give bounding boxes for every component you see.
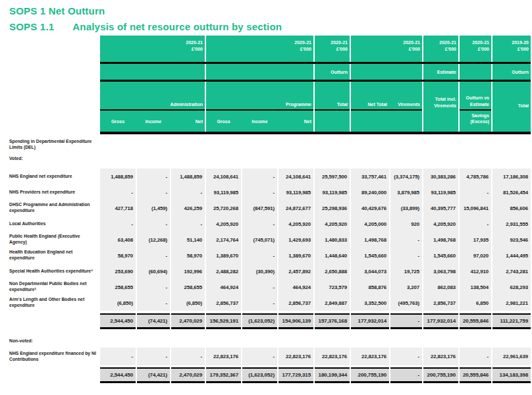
- value-cell: 4,205,920: [206, 216, 241, 232]
- page-title-line2: SOPS 1.1Analysis of net resource outturn…: [9, 21, 532, 32]
- value-cell: 862,083: [423, 279, 458, 295]
- value-cell: -: [100, 216, 136, 232]
- value-cell: 63,408: [100, 232, 136, 248]
- value-cell: 81,526,454: [492, 184, 531, 200]
- row-label: Arm's Length and Other Bodies net expend…: [0, 295, 99, 311]
- value-cell: 464,924: [279, 279, 313, 295]
- value-cell: 58,970: [100, 248, 136, 263]
- header-net-total: Net Total: [368, 101, 389, 107]
- section-voted-row: Voted:: [0, 151, 531, 166]
- value-cell: 1,488,859: [100, 169, 136, 184]
- value-cell: 15,096,841: [460, 200, 491, 216]
- value-cell: -: [137, 169, 170, 184]
- value-cell: 40,429,676: [351, 200, 389, 216]
- value-cell: 1,498,768: [351, 232, 389, 248]
- value-cell: (60,694): [137, 263, 170, 279]
- value-cell: 427,718: [100, 200, 136, 216]
- value-cell: 93,119,985: [279, 184, 313, 200]
- value-cell: 25,720,268: [206, 200, 241, 216]
- value-cell: 1,498,768: [423, 232, 458, 248]
- band-label: [206, 62, 313, 82]
- section-code: SOPS 1.1: [9, 21, 54, 32]
- value-cell: 22,823,176: [279, 348, 313, 365]
- value-cell: -: [100, 184, 136, 200]
- band-outturn: Outturn: [492, 62, 531, 82]
- value-cell: 1,389,670: [206, 248, 241, 263]
- header-administration: Administration: [100, 82, 205, 111]
- value-cell: 2,470,029: [171, 313, 205, 329]
- value-cell: -: [390, 348, 422, 365]
- value-cell: (12,268): [137, 232, 170, 248]
- value-cell: -: [242, 216, 277, 232]
- row-label: NHS Providers net expenditure: [0, 184, 99, 200]
- value-cell: 258,655: [171, 279, 205, 295]
- col-group-outturn-vs-estimate: 2020-21 £'000 Outturn vs Estimate Saving…: [460, 36, 491, 132]
- value-cell: 4,205,920: [315, 216, 350, 232]
- value-cell: 723,579: [315, 279, 350, 295]
- value-cell: 22,823,176: [351, 348, 389, 365]
- section-del-row: Spending in Departmental Expenditure Lim…: [0, 138, 531, 151]
- value-cell: 24,872,677: [279, 200, 313, 216]
- value-cell: 17,935: [460, 232, 491, 248]
- value-cell: 3,044,073: [351, 263, 389, 279]
- value-cell: -: [242, 279, 277, 295]
- row-label: Health Education England net expenditure: [0, 248, 99, 263]
- value-cell: (74,421): [137, 367, 170, 383]
- value-cell: 464,924: [206, 279, 241, 295]
- grand-total-row: 2,544,450(74,421)2,470,029179,352,367(1,…: [0, 367, 531, 383]
- row-label: NHS England net expenditure: [0, 169, 99, 184]
- row-label: Spending in Departmental Expenditure Lim…: [0, 138, 99, 151]
- header-virements: Virements: [398, 101, 422, 107]
- title-block: SOPS 1 Net Outturn SOPS 1.1Analysis of n…: [0, 0, 532, 32]
- value-cell: 192,996: [171, 263, 205, 279]
- row-label: DHSC Programme and Administration expend…: [0, 200, 99, 216]
- value-cell: 22,823,176: [315, 348, 350, 365]
- value-cell: 51,140: [171, 232, 205, 248]
- col-group-total-incl-virements: 2020-21 £'000 Estimate Total incl. Virem…: [423, 36, 458, 132]
- col-group-outturn-total: 2020-21 £'000 Outturn Total: [315, 36, 350, 132]
- value-cell: -: [171, 184, 205, 200]
- subcolumn-labels: Gross Income Net: [206, 111, 313, 132]
- header-gross: Gross: [100, 119, 136, 124]
- value-cell: -: [242, 169, 277, 184]
- value-cell: 1,429,693: [279, 232, 313, 248]
- data-row: Special Health Authorities expenditure³2…: [0, 263, 531, 279]
- header-total: Total: [315, 82, 350, 111]
- value-cell: 856,606: [492, 200, 531, 216]
- row-label: NHS England expenditure financed by NI C…: [0, 348, 99, 365]
- value-cell: 2,650,888: [315, 263, 350, 279]
- value-cell: 4,205,000: [351, 216, 389, 232]
- col-group-prior-year-total: 2019-20 £'000 Outturn Total: [492, 36, 531, 132]
- value-cell: 200,755,190: [351, 367, 389, 383]
- value-cell: 20,555,846: [460, 313, 491, 329]
- year-label: 2020-21 £'000: [460, 36, 491, 62]
- year-label: 2020-21 £'000: [100, 36, 205, 62]
- data-row: Arm's Length and Other Bodies net expend…: [0, 295, 531, 311]
- section-title: Analysis of net resource outturn by sect…: [72, 21, 282, 32]
- value-cell: 156,529,191: [206, 313, 241, 329]
- row-label: Voted:: [0, 151, 99, 166]
- value-cell: 2,544,450: [100, 313, 136, 329]
- value-cell: 200,755,190: [423, 367, 458, 383]
- row-label: Non Departmental Public Bodies net expen…: [0, 279, 99, 295]
- value-cell: -: [242, 348, 277, 365]
- header-divider-line: [100, 62, 531, 64]
- row-label: Non-voted:: [0, 336, 99, 346]
- value-cell: 1,448,640: [315, 248, 350, 263]
- value-cell: 2,743,281: [492, 263, 531, 279]
- value-cell: 22,823,176: [423, 348, 458, 365]
- value-cell: 157,376,168: [315, 313, 350, 329]
- value-cell: 22,961,639: [492, 348, 531, 365]
- value-cell: 177,729,315: [279, 367, 313, 383]
- header-net-total-virements: Net Total Virements: [351, 82, 422, 111]
- data-row: DHSC Programme and Administration expend…: [0, 200, 531, 216]
- value-cell: 93,119,985: [206, 184, 241, 200]
- band-estimate: Estimate: [423, 62, 458, 82]
- header-net: Net: [279, 119, 313, 124]
- value-cell: 2,856,737: [206, 295, 241, 311]
- value-cell: -: [137, 248, 170, 263]
- value-cell: 2,457,892: [279, 263, 313, 279]
- value-cell: (1,623,052): [242, 367, 277, 383]
- value-cell: 412,910: [460, 263, 491, 279]
- data-row: NHS Providers net expenditure---93,119,9…: [0, 184, 531, 200]
